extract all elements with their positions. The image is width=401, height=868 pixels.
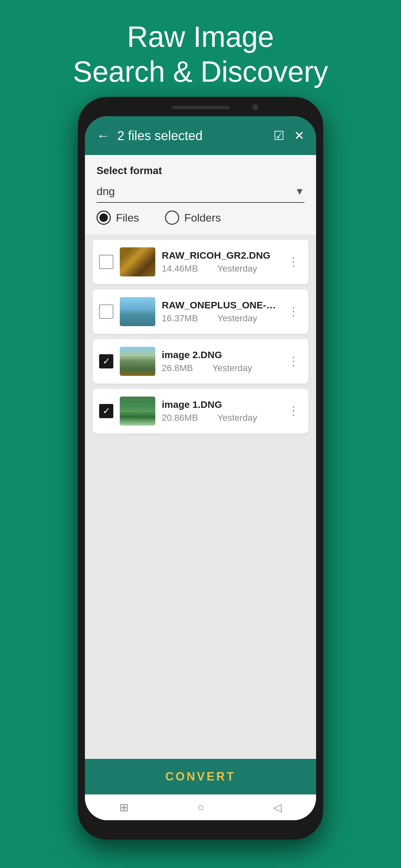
close-button[interactable]: ✕: [294, 129, 305, 142]
file-checkbox-4[interactable]: ✓: [99, 404, 113, 418]
file-checkbox-3[interactable]: ✓: [99, 354, 113, 368]
header-actions: ☑ ✕: [274, 129, 305, 142]
back-button[interactable]: ←: [96, 129, 110, 142]
file-meta-1: 14.46MB Yesterday: [162, 264, 279, 274]
phone-screen: ← 2 files selected ☑ ✕ Select format dng…: [85, 116, 316, 820]
nav-grid-icon[interactable]: ⊞: [120, 801, 128, 814]
phone-device: ← 2 files selected ☑ ✕ Select format dng…: [78, 97, 323, 840]
file-name-1: RAW_RICOH_GR2.DNG: [162, 250, 279, 261]
nav-home-icon[interactable]: ○: [197, 801, 204, 814]
file-info-4: image 1.DNG 20.86MB Yesterday: [162, 399, 279, 423]
file-name-2: RAW_ONEPLUS_ONE-A0001.DNG: [162, 300, 279, 311]
convert-label: CONVERT: [165, 770, 236, 783]
file-date-1: Yesterday: [217, 264, 257, 274]
file-checkbox-2[interactable]: [99, 305, 113, 319]
file-menu-1[interactable]: ⋮: [285, 253, 302, 270]
radio-folders-label: Folders: [184, 212, 221, 224]
file-item-4: ✓ image 1.DNG 20.86MB Yesterday: [93, 389, 308, 433]
file-name-3: image 2.DNG: [162, 349, 279, 361]
radio-folders-circle: [165, 211, 179, 225]
file-meta-3: 26.8MB Yesterday: [162, 363, 279, 373]
file-thumbnail-4: [120, 397, 155, 426]
select-all-button[interactable]: ☑: [274, 129, 284, 142]
file-thumbnail-2: [120, 297, 155, 326]
file-info-3: image 2.DNG 26.8MB Yesterday: [162, 349, 279, 373]
header-title: 2 files selected: [117, 128, 266, 143]
radio-files[interactable]: Files: [96, 211, 139, 225]
radio-files-label: Files: [116, 212, 139, 224]
thumb-sky-image: [120, 297, 155, 326]
file-item-2: RAW_ONEPLUS_ONE-A0001.DNG 16.37MB Yester…: [93, 289, 308, 334]
file-size-3: 26.8MB: [162, 363, 193, 373]
radio-files-circle: [96, 211, 111, 225]
app-background-title: Raw Image Search & Discovery: [0, 20, 401, 89]
file-item-1: RAW_RICOH_GR2.DNG 14.46MB Yesterday ⋮: [93, 240, 308, 284]
bg-title-line2: Search & Discovery: [0, 54, 401, 89]
file-menu-3[interactable]: ⋮: [285, 353, 302, 370]
radio-files-inner: [99, 213, 108, 222]
file-name-4: image 1.DNG: [162, 399, 279, 410]
files-container: RAW_RICOH_GR2.DNG 14.46MB Yesterday ⋮: [85, 235, 316, 820]
file-checkbox-1[interactable]: [99, 255, 113, 269]
file-info-2: RAW_ONEPLUS_ONE-A0001.DNG 16.37MB Yester…: [162, 300, 279, 323]
file-meta-4: 20.86MB Yesterday: [162, 413, 279, 423]
file-size-1: 14.46MB: [162, 264, 198, 274]
file-date-4: Yesterday: [217, 413, 257, 423]
thumb-bottles-image: [120, 247, 155, 276]
file-item-3: ✓ image 2.DNG 26.8MB Yesterday ⋮: [93, 339, 308, 383]
thumb-water-image: [120, 397, 155, 426]
bg-title-line1: Raw Image: [0, 20, 401, 54]
file-meta-2: 16.37MB Yesterday: [162, 313, 279, 323]
radio-folders[interactable]: Folders: [165, 211, 221, 225]
app-header: ← 2 files selected ☑ ✕: [85, 116, 316, 155]
phone-top-bar: [172, 106, 229, 109]
phone-camera: [252, 104, 258, 111]
file-thumbnail-3: [120, 347, 155, 376]
file-size-4: 20.86MB: [162, 413, 198, 423]
file-menu-2[interactable]: ⋮: [285, 303, 302, 320]
checkmark-4: ✓: [103, 407, 110, 415]
file-size-2: 16.37MB: [162, 313, 198, 323]
format-dropdown[interactable]: dng ▼: [96, 182, 305, 203]
file-info-1: RAW_RICOH_GR2.DNG 14.46MB Yesterday: [162, 250, 279, 274]
file-date-3: Yesterday: [212, 363, 252, 373]
file-thumbnail-1: [120, 247, 155, 276]
radio-group: Files Folders: [96, 211, 305, 231]
thumb-building-image: [120, 347, 155, 376]
convert-button[interactable]: CONVERT: [85, 759, 316, 795]
format-value: dng: [96, 185, 115, 197]
nav-back-icon[interactable]: ◁: [273, 801, 281, 814]
back-nav-icon: ◁: [273, 801, 281, 814]
home-icon: ○: [197, 801, 204, 813]
format-label: Select format: [96, 165, 305, 177]
checkmark-3: ✓: [103, 357, 110, 366]
files-list: RAW_RICOH_GR2.DNG 14.46MB Yesterday ⋮: [85, 235, 316, 759]
grid-icon: ⊞: [120, 801, 128, 814]
bottom-nav: ⊞ ○ ◁: [85, 795, 316, 820]
file-date-2: Yesterday: [217, 313, 257, 323]
screen-content: ← 2 files selected ☑ ✕ Select format dng…: [85, 116, 316, 820]
file-menu-4[interactable]: ⋮: [285, 403, 302, 420]
format-section: Select format dng ▼ Files Folders: [85, 155, 316, 235]
dropdown-arrow-icon: ▼: [295, 186, 305, 197]
